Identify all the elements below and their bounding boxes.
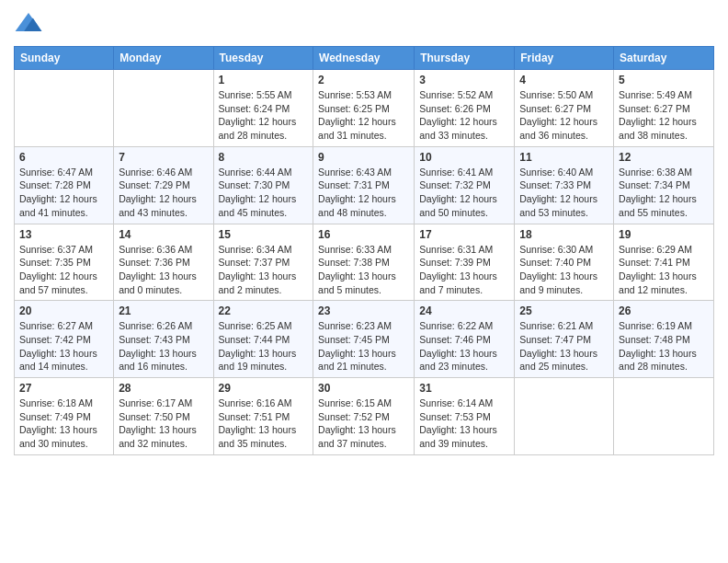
day-number: 21 <box>119 304 208 317</box>
calendar-week-row: 1Sunrise: 5:55 AMSunset: 6:24 PMDaylight… <box>15 70 714 147</box>
day-info: Sunrise: 6:21 AMSunset: 7:47 PMDaylight:… <box>519 319 609 373</box>
calendar-day-cell: 8Sunrise: 6:44 AMSunset: 7:30 PMDaylight… <box>213 146 313 224</box>
day-number: 3 <box>419 74 509 86</box>
day-number: 7 <box>119 151 208 164</box>
day-number: 31 <box>419 382 509 395</box>
day-info: Sunrise: 6:15 AMSunset: 7:52 PMDaylight:… <box>318 396 409 451</box>
calendar-header: SundayMondayTuesdayWednesdayThursdayFrid… <box>15 47 714 70</box>
calendar-day-cell: 20Sunrise: 6:27 AMSunset: 7:42 PMDayligh… <box>15 301 114 378</box>
calendar-week-row: 20Sunrise: 6:27 AMSunset: 7:42 PMDayligh… <box>15 301 714 378</box>
day-number: 15 <box>219 228 309 241</box>
day-number: 18 <box>519 228 609 241</box>
day-number: 14 <box>119 228 208 241</box>
calendar-day-cell: 18Sunrise: 6:30 AMSunset: 7:40 PMDayligh… <box>515 224 614 301</box>
day-info: Sunrise: 5:49 AMSunset: 6:27 PMDaylight:… <box>619 88 709 143</box>
day-number: 20 <box>19 304 108 317</box>
calendar-day-cell: 15Sunrise: 6:34 AMSunset: 7:37 PMDayligh… <box>213 224 313 301</box>
day-info: Sunrise: 6:34 AMSunset: 7:37 PMDaylight:… <box>219 243 309 297</box>
day-number: 9 <box>318 151 409 164</box>
day-of-week-header: Sunday <box>15 47 114 70</box>
calendar-table: SundayMondayTuesdayWednesdayThursdayFrid… <box>14 46 714 455</box>
day-of-week-header: Monday <box>114 47 213 70</box>
day-info: Sunrise: 6:25 AMSunset: 7:44 PMDaylight:… <box>219 319 309 373</box>
day-number: 10 <box>419 151 509 164</box>
logo <box>14 9 47 39</box>
day-number: 4 <box>519 74 609 86</box>
day-number: 28 <box>119 382 208 395</box>
day-info: Sunrise: 6:17 AMSunset: 7:50 PMDaylight:… <box>119 396 208 451</box>
day-number: 23 <box>318 304 409 317</box>
calendar-day-cell: 24Sunrise: 6:22 AMSunset: 7:46 PMDayligh… <box>415 301 515 378</box>
day-info: Sunrise: 6:29 AMSunset: 7:41 PMDaylight:… <box>619 243 709 297</box>
calendar-day-cell <box>15 70 114 147</box>
day-number: 27 <box>19 382 108 395</box>
day-info: Sunrise: 6:31 AMSunset: 7:39 PMDaylight:… <box>419 243 509 297</box>
calendar-day-cell: 14Sunrise: 6:36 AMSunset: 7:36 PMDayligh… <box>114 224 213 301</box>
calendar-day-cell: 13Sunrise: 6:37 AMSunset: 7:35 PMDayligh… <box>15 224 114 301</box>
day-number: 17 <box>419 228 509 241</box>
day-info: Sunrise: 5:52 AMSunset: 6:26 PMDaylight:… <box>419 88 509 143</box>
day-number: 8 <box>219 151 309 164</box>
day-info: Sunrise: 6:23 AMSunset: 7:45 PMDaylight:… <box>318 319 409 373</box>
calendar-day-cell: 16Sunrise: 6:33 AMSunset: 7:38 PMDayligh… <box>313 224 415 301</box>
calendar-day-cell: 31Sunrise: 6:14 AMSunset: 7:53 PMDayligh… <box>415 378 515 455</box>
calendar-day-cell <box>614 378 714 455</box>
logo-icon <box>14 9 43 39</box>
day-info: Sunrise: 6:18 AMSunset: 7:49 PMDaylight:… <box>19 396 108 451</box>
calendar-day-cell: 3Sunrise: 5:52 AMSunset: 6:26 PMDaylight… <box>415 70 515 147</box>
calendar-week-row: 27Sunrise: 6:18 AMSunset: 7:49 PMDayligh… <box>15 378 714 455</box>
calendar-day-cell: 1Sunrise: 5:55 AMSunset: 6:24 PMDaylight… <box>213 70 313 147</box>
day-info: Sunrise: 6:16 AMSunset: 7:51 PMDaylight:… <box>219 396 309 451</box>
calendar-day-cell: 28Sunrise: 6:17 AMSunset: 7:50 PMDayligh… <box>114 378 213 455</box>
calendar-day-cell: 26Sunrise: 6:19 AMSunset: 7:48 PMDayligh… <box>614 301 714 378</box>
day-number: 6 <box>19 151 108 164</box>
calendar-day-cell: 21Sunrise: 6:26 AMSunset: 7:43 PMDayligh… <box>114 301 213 378</box>
calendar-day-cell: 4Sunrise: 5:50 AMSunset: 6:27 PMDaylight… <box>515 70 614 147</box>
day-number: 12 <box>619 151 709 164</box>
day-of-week-header: Thursday <box>415 47 515 70</box>
day-info: Sunrise: 5:53 AMSunset: 6:25 PMDaylight:… <box>318 88 409 143</box>
day-number: 2 <box>318 74 409 86</box>
day-of-week-header: Wednesday <box>313 47 415 70</box>
day-number: 24 <box>419 304 509 317</box>
day-number: 22 <box>219 304 309 317</box>
day-info: Sunrise: 5:50 AMSunset: 6:27 PMDaylight:… <box>519 88 609 143</box>
day-info: Sunrise: 6:14 AMSunset: 7:53 PMDaylight:… <box>419 396 509 451</box>
day-info: Sunrise: 6:22 AMSunset: 7:46 PMDaylight:… <box>419 319 509 373</box>
day-number: 11 <box>519 151 609 164</box>
day-info: Sunrise: 6:19 AMSunset: 7:48 PMDaylight:… <box>619 319 709 373</box>
page: SundayMondayTuesdayWednesdayThursdayFrid… <box>0 0 728 563</box>
day-number: 16 <box>318 228 409 241</box>
calendar-day-cell: 12Sunrise: 6:38 AMSunset: 7:34 PMDayligh… <box>614 146 714 224</box>
day-number: 25 <box>519 304 609 317</box>
calendar-day-cell: 22Sunrise: 6:25 AMSunset: 7:44 PMDayligh… <box>213 301 313 378</box>
day-info: Sunrise: 6:41 AMSunset: 7:32 PMDaylight:… <box>419 166 509 220</box>
day-number: 13 <box>19 228 108 241</box>
calendar-day-cell: 25Sunrise: 6:21 AMSunset: 7:47 PMDayligh… <box>515 301 614 378</box>
day-info: Sunrise: 6:27 AMSunset: 7:42 PMDaylight:… <box>19 319 108 373</box>
calendar-day-cell: 29Sunrise: 6:16 AMSunset: 7:51 PMDayligh… <box>213 378 313 455</box>
calendar-day-cell: 27Sunrise: 6:18 AMSunset: 7:49 PMDayligh… <box>15 378 114 455</box>
calendar-body: 1Sunrise: 5:55 AMSunset: 6:24 PMDaylight… <box>15 70 714 455</box>
header-row: SundayMondayTuesdayWednesdayThursdayFrid… <box>15 47 714 70</box>
day-info: Sunrise: 6:38 AMSunset: 7:34 PMDaylight:… <box>619 166 709 220</box>
day-number: 5 <box>619 74 709 86</box>
day-info: Sunrise: 6:30 AMSunset: 7:40 PMDaylight:… <box>519 243 609 297</box>
day-of-week-header: Tuesday <box>213 47 313 70</box>
calendar-day-cell: 9Sunrise: 6:43 AMSunset: 7:31 PMDaylight… <box>313 146 415 224</box>
calendar-day-cell <box>114 70 213 147</box>
calendar-day-cell: 11Sunrise: 6:40 AMSunset: 7:33 PMDayligh… <box>515 146 614 224</box>
calendar-day-cell: 19Sunrise: 6:29 AMSunset: 7:41 PMDayligh… <box>614 224 714 301</box>
day-info: Sunrise: 6:37 AMSunset: 7:35 PMDaylight:… <box>19 243 108 297</box>
day-number: 1 <box>219 74 309 86</box>
day-info: Sunrise: 6:43 AMSunset: 7:31 PMDaylight:… <box>318 166 409 220</box>
calendar-day-cell: 30Sunrise: 6:15 AMSunset: 7:52 PMDayligh… <box>313 378 415 455</box>
day-info: Sunrise: 6:47 AMSunset: 7:28 PMDaylight:… <box>19 166 108 220</box>
day-number: 30 <box>318 382 409 395</box>
calendar-day-cell: 10Sunrise: 6:41 AMSunset: 7:32 PMDayligh… <box>415 146 515 224</box>
header <box>14 9 714 39</box>
calendar-week-row: 13Sunrise: 6:37 AMSunset: 7:35 PMDayligh… <box>15 224 714 301</box>
day-number: 29 <box>219 382 309 395</box>
day-of-week-header: Saturday <box>614 47 714 70</box>
day-number: 26 <box>619 304 709 317</box>
